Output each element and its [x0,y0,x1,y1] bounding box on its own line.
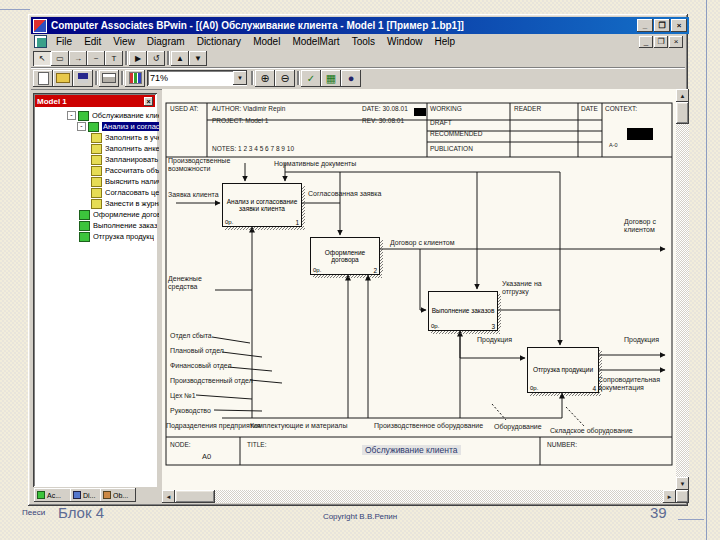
toolbar-separator [297,71,299,85]
tab-objects[interactable]: Ob... [100,488,136,502]
zoom-out-icon[interactable]: ⊖ [275,70,295,87]
kit-node-value: A0 [202,452,211,461]
menu-model[interactable]: Model [247,35,286,48]
kit-context: CONTEXT: [605,105,637,112]
activity-icon [91,177,102,187]
tools-toolbar: ↖ ▭ → ~ T ▶ ↺ ▲ ▼ [31,49,685,68]
arrow-label-finance-dept[interactable]: Финансовый отдел [170,362,231,370]
minimize-button[interactable]: _ [637,19,653,32]
print-icon[interactable] [99,70,119,87]
scroll-left-icon[interactable]: ◄ [162,490,175,503]
activity-box-3[interactable]: Выполнение заказов 0р. 3 [428,291,498,331]
scroll-up-icon[interactable]: ▲ [676,89,689,102]
kit-working: WORKING [430,105,462,112]
arrow-label-shipping-instruction[interactable]: Указание на отгрузку [502,280,548,295]
restore-button[interactable]: ❐ [654,19,670,32]
arrow-label-departments[interactable]: Подразделения предприятия [166,422,261,430]
arrow-label-production-capabilities[interactable]: Производственные возможности [168,157,232,172]
text-tool-icon[interactable]: T [105,51,123,66]
zoom-in-icon[interactable]: ⊕ [255,70,275,87]
menu-dictionary[interactable]: Dictionary [191,35,247,48]
kit-recommended: RECOMMENDED [430,130,482,137]
arrow-label-production-equipment[interactable]: Производственное оборудование [374,422,483,430]
arrow-label-client-request[interactable]: Заявка клиента [168,191,219,199]
arrow-label-workshop[interactable]: Цех №1 [170,392,196,400]
report-chart-icon[interactable] [125,70,145,87]
activity-box-1[interactable]: Анализ и согласование заявки клиента 0р.… [222,183,302,227]
spellcheck-icon[interactable]: ✓ [301,70,321,87]
horizontal-scroll-thumb[interactable] [175,490,215,503]
arrow-label-warehouse-equipment[interactable]: Складское оборудование [550,427,633,435]
menu-file[interactable]: File [50,35,78,48]
activity-icon [91,188,102,198]
tab-diagrams[interactable]: Di... [70,488,104,502]
tab-activities[interactable]: Ac... [34,488,74,502]
tree-item-label: Выяснить наличи [105,177,166,186]
title-bar[interactable]: Computer Associates BPwin - [(A0) Обслуж… [31,17,689,34]
vertical-scrollbar[interactable]: ▲ ▼ [676,89,689,490]
arrow-label-money[interactable]: Денежные средства [168,275,210,290]
arrow-label-production-dept[interactable]: Производственный отдел [170,377,253,385]
menu-diagram[interactable]: Diagram [141,35,191,48]
explorer-close-icon[interactable]: × [144,97,153,106]
go-child-icon[interactable]: ▼ [189,51,207,66]
window-title: Computer Associates BPwin - [(A0) Обслуж… [51,20,636,31]
arrow-label-planning-dept[interactable]: Плановый отдел [170,347,224,355]
arrow-label-contract-right[interactable]: Договор с клиентом [624,218,670,233]
kit-reader: READER [514,105,541,112]
explorer-header[interactable]: Model 1 × [35,95,155,107]
go-parent-icon[interactable]: ▲ [171,51,189,66]
scroll-down-icon[interactable]: ▼ [676,477,689,490]
menu-tools[interactable]: Tools [346,35,381,48]
mdi-restore-button[interactable]: ❐ [654,36,668,48]
new-icon[interactable] [33,70,53,87]
close-button[interactable]: × [671,19,687,32]
vertical-scroll-thumb[interactable] [676,102,689,124]
menu-view[interactable]: View [107,35,141,48]
menu-modelmart[interactable]: ModelMart [286,35,345,48]
arrow-label-contract[interactable]: Договор с клиентом [390,239,455,247]
modelmart-globe-icon[interactable]: ● [341,70,361,87]
expander-icon[interactable]: - [67,111,76,120]
diagram-canvas[interactable]: USED AT: AUTHOR: Vladimir Repin DATE: 30… [162,89,676,490]
mdi-minimize-button[interactable]: _ [639,36,653,48]
pointer-tool-icon[interactable]: ↖ [33,51,51,66]
menu-window[interactable]: Window [381,35,429,48]
menu-help[interactable]: Help [429,35,462,48]
arrow-label-materials[interactable]: Комплектующие и материалы [250,422,347,430]
open-icon[interactable] [53,70,73,87]
arrow-label-agreed-request[interactable]: Согласованная заявка [308,190,381,198]
activity-name: Выполнение заказов [430,306,497,315]
zoom-dropdown-arrow-icon[interactable]: ▼ [233,71,247,85]
slide-bottom-rule [678,519,704,520]
arrow-label-management[interactable]: Руководство [170,407,211,415]
footer-copyright: Copyright В.В.Репин [260,512,460,521]
arrow-label-sales-dept[interactable]: Отдел сбыта [170,332,212,340]
kit-author: AUTHOR: Vladimir Repin [212,105,285,112]
squiggle-tool-icon[interactable]: ~ [87,51,105,66]
activity-box-tool-icon[interactable]: ▭ [51,51,69,66]
undo-icon[interactable]: ↺ [147,51,165,66]
arrow-label-accompanying-docs[interactable]: Сопроводительная документация [598,376,670,391]
arrow-tool-icon[interactable]: → [69,51,87,66]
activity-box-4[interactable]: Отгрузка продукции 0р. 4 [527,347,599,393]
tree-item-label: Занести в журна [105,199,163,208]
activity-box-2[interactable]: Оформление договора 0р. 2 [310,237,380,275]
drilldown-icon[interactable]: ▶ [129,51,147,66]
expander-icon[interactable]: - [77,122,86,131]
horizontal-scrollbar[interactable]: ◄ ► [162,490,676,503]
diagram-icon[interactable] [34,35,47,48]
save-icon[interactable] [73,70,93,87]
mdi-close-button[interactable]: × [669,36,683,48]
diagram-title: Обслуживание клиента [362,445,461,455]
dictionary-table-icon[interactable]: ▦ [321,70,341,87]
arrow-label-equipment[interactable]: Оборудование [494,423,542,431]
arrow-label-products-mid[interactable]: Продукция [477,336,512,344]
scroll-right-icon[interactable]: ► [663,490,676,503]
toolbar-separator [95,71,97,85]
zoom-select[interactable]: 71% ▼ [147,70,247,86]
menu-edit[interactable]: Edit [78,35,107,48]
arrow-label-normative-docs[interactable]: Нормативные документы [274,160,356,168]
arrow-label-products-right[interactable]: Продукция [624,336,659,344]
footer-block-label: Блок 4 [58,504,104,521]
